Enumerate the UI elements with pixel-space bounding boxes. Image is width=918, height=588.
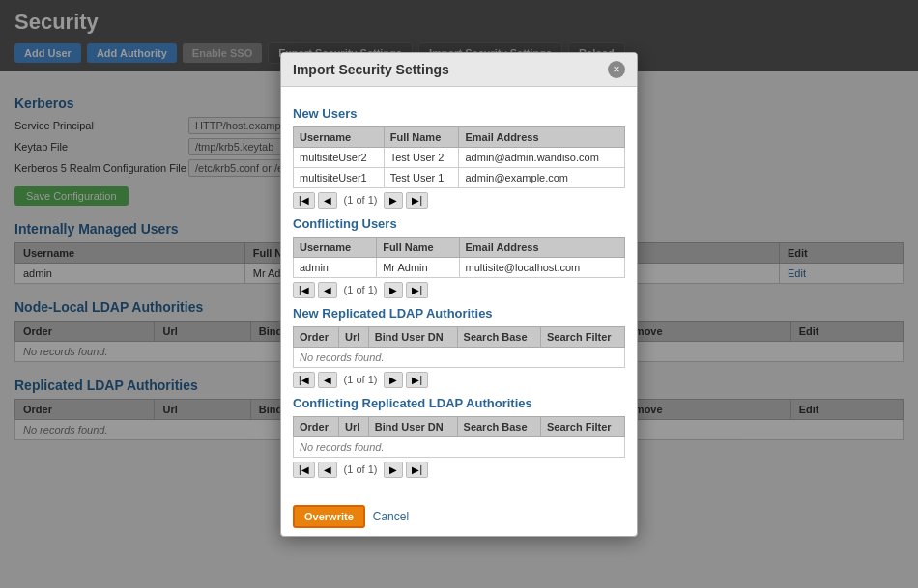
modal-close-button[interactable]: × xyxy=(608,61,625,78)
conflicting-replicated-ldap-pagination: |◀ ◀ (1 of 1) ▶ ▶| xyxy=(293,462,625,478)
cell-fullname: Test User 2 xyxy=(384,147,459,167)
cell-email: admin@admin.wandiso.com xyxy=(459,147,625,167)
page-first-btn[interactable]: |◀ xyxy=(293,372,315,388)
col-search-base: Search Base xyxy=(457,416,540,436)
conflicting-users-table: Username Full Name Email Address admin M… xyxy=(293,237,625,278)
page-next-btn[interactable]: ▶ xyxy=(384,282,403,298)
page-next-btn[interactable]: ▶ xyxy=(384,192,403,209)
no-records-cell: No records found. xyxy=(294,436,625,457)
page-prev-btn[interactable]: ◀ xyxy=(318,372,337,388)
col-bind-user-dn: Bind User DN xyxy=(368,416,457,436)
col-search-base: Search Base xyxy=(457,326,540,347)
modal-title: Import Security Settings xyxy=(293,62,449,77)
cell-fullname: Test User 1 xyxy=(384,167,459,187)
col-username: Username xyxy=(294,126,385,147)
table-row: No records found. xyxy=(294,347,625,367)
conflicting-replicated-ldap-title: Conflicting Replicated LDAP Authorities xyxy=(293,396,625,410)
col-url: Url xyxy=(338,326,368,347)
col-bind-user-dn: Bind User DN xyxy=(368,326,457,347)
cell-username: multisiteUser2 xyxy=(294,147,385,167)
cell-email: admin@example.com xyxy=(459,167,625,187)
page-first-btn[interactable]: |◀ xyxy=(293,282,315,298)
page-next-btn[interactable]: ▶ xyxy=(384,462,403,478)
col-fullname: Full Name xyxy=(377,237,459,257)
col-url: Url xyxy=(338,416,368,436)
col-search-filter: Search Filter xyxy=(540,326,624,347)
col-search-filter: Search Filter xyxy=(540,416,624,436)
table-row: multisiteUser1 Test User 1 admin@example… xyxy=(294,167,625,187)
conflicting-replicated-ldap-table: Order Url Bind User DN Search Base Searc… xyxy=(293,416,625,458)
new-users-section-title: New Users xyxy=(293,106,625,121)
page-prev-btn[interactable]: ◀ xyxy=(318,192,337,209)
page-last-btn[interactable]: ▶| xyxy=(406,282,428,298)
no-records-cell: No records found. xyxy=(294,347,625,367)
page-info: (1 of 1) xyxy=(344,284,378,295)
conflicting-users-section-title: Conflicting Users xyxy=(293,216,625,231)
page-prev-btn[interactable]: ◀ xyxy=(318,282,337,298)
page-info: (1 of 1) xyxy=(344,194,378,206)
no-records-text: No records found. xyxy=(300,348,384,367)
new-replicated-ldap-pagination: |◀ ◀ (1 of 1) ▶ ▶| xyxy=(293,372,625,388)
modal: Import Security Settings × New Users Use… xyxy=(280,52,638,537)
table-row: admin Mr Admin multisite@localhost.com xyxy=(294,257,625,277)
new-replicated-ldap-title: New Replicated LDAP Authorities xyxy=(293,306,625,321)
cell-username: multisiteUser1 xyxy=(294,167,385,187)
cell-email: multisite@localhost.com xyxy=(459,257,625,277)
col-username: Username xyxy=(294,237,377,257)
page-first-btn[interactable]: |◀ xyxy=(293,462,315,478)
col-order: Order xyxy=(294,326,339,347)
page-last-btn[interactable]: ▶| xyxy=(406,192,428,209)
overwrite-button[interactable]: Overwrite xyxy=(293,505,365,528)
cell-username: admin xyxy=(294,257,377,277)
col-order: Order xyxy=(294,416,339,436)
col-fullname: Full Name xyxy=(384,126,459,147)
new-users-table: Username Full Name Email Address multisi… xyxy=(293,126,625,188)
cancel-link[interactable]: Cancel xyxy=(373,510,409,523)
page-next-btn[interactable]: ▶ xyxy=(384,372,403,388)
modal-header: Import Security Settings × xyxy=(281,53,637,87)
modal-footer: Overwrite Cancel xyxy=(281,497,637,536)
table-row: No records found. xyxy=(294,436,625,457)
page-info: (1 of 1) xyxy=(344,374,378,385)
new-users-pagination: |◀ ◀ (1 of 1) ▶ ▶| xyxy=(293,192,625,209)
no-records-text: No records found. xyxy=(300,437,384,457)
page-first-btn[interactable]: |◀ xyxy=(293,192,315,209)
modal-overlay: Import Security Settings × New Users Use… xyxy=(0,0,918,588)
col-email: Email Address xyxy=(459,126,625,147)
modal-body: New Users Username Full Name Email Addre… xyxy=(281,87,637,497)
new-replicated-ldap-table: Order Url Bind User DN Search Base Searc… xyxy=(293,326,625,368)
page-last-btn[interactable]: ▶| xyxy=(406,372,428,388)
page-prev-btn[interactable]: ◀ xyxy=(318,462,337,478)
table-row: multisiteUser2 Test User 2 admin@admin.w… xyxy=(294,147,625,167)
cell-fullname: Mr Admin xyxy=(377,257,459,277)
col-email: Email Address xyxy=(459,237,625,257)
page-last-btn[interactable]: ▶| xyxy=(406,462,428,478)
page-info: (1 of 1) xyxy=(344,463,378,475)
conflicting-users-pagination: |◀ ◀ (1 of 1) ▶ ▶| xyxy=(293,282,625,298)
